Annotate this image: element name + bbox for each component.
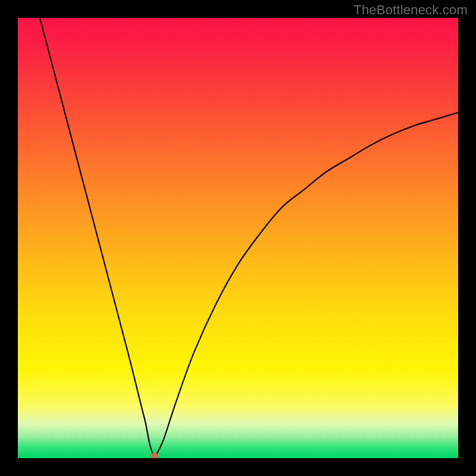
- chart-frame: TheBottleneck.com: [0, 0, 476, 476]
- watermark-text: TheBottleneck.com: [353, 2, 468, 18]
- curve-svg: [18, 18, 458, 458]
- curve-right-branch: [154, 112, 458, 458]
- plot-area: [18, 18, 458, 458]
- curve-left-branch: [40, 18, 154, 458]
- minimum-marker: [151, 453, 158, 458]
